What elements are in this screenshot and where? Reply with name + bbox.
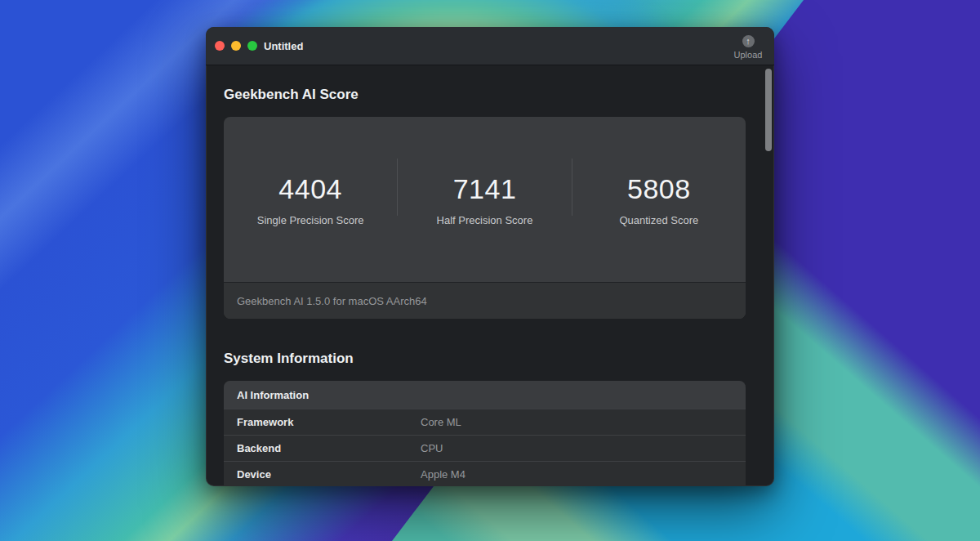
desktop: Untitled ↑ Upload Geekbench AI Score 440…	[0, 0, 980, 541]
minimize-button[interactable]	[231, 41, 241, 51]
score-section-heading: Geekbench AI Score	[224, 87, 746, 103]
quantized-score: 5808 Quantized Score	[572, 173, 746, 226]
scrollbar-thumb[interactable]	[765, 69, 772, 151]
score-row: 4404 Single Precision Score 7141 Half Pr…	[224, 117, 746, 282]
close-button[interactable]	[215, 41, 225, 51]
table-row: Framework Core ML	[224, 409, 746, 435]
row-label: Backend	[224, 442, 421, 454]
ai-information-table: AI Information Framework Core ML Backend…	[224, 381, 746, 486]
traffic-lights	[206, 41, 257, 51]
score-label: Single Precision Score	[257, 214, 364, 226]
half-precision-score: 7141 Half Precision Score	[398, 173, 571, 226]
score-label: Half Precision Score	[437, 214, 533, 226]
zoom-button[interactable]	[247, 41, 257, 51]
upload-button[interactable]: ↑ Upload	[730, 35, 766, 60]
titlebar: Untitled ↑ Upload	[206, 27, 774, 65]
system-section-heading: System Information	[224, 351, 746, 367]
upload-label: Upload	[734, 50, 763, 60]
table-row: Device Apple M4	[224, 461, 746, 486]
score-value: 5808	[627, 173, 691, 205]
row-value: CPU	[421, 442, 443, 454]
row-label: Framework	[224, 416, 421, 428]
table-group-header: AI Information	[224, 381, 746, 409]
score-card: 4404 Single Precision Score 7141 Half Pr…	[224, 117, 746, 319]
row-label: Device	[224, 468, 421, 481]
window-content: Geekbench AI Score 4404 Single Precision…	[206, 87, 774, 486]
score-label: Quantized Score	[619, 214, 698, 226]
window-title: Untitled	[264, 40, 303, 52]
score-value: 4404	[278, 173, 342, 205]
single-precision-score: 4404 Single Precision Score	[224, 173, 397, 226]
benchmark-version-footer: Geekbench AI 1.5.0 for macOS AArch64	[224, 282, 746, 319]
upload-arrow-icon: ↑	[742, 35, 755, 47]
score-value: 7141	[453, 173, 517, 205]
row-value: Core ML	[421, 416, 461, 428]
table-row: Backend CPU	[224, 435, 746, 461]
geekbench-window: Untitled ↑ Upload Geekbench AI Score 440…	[206, 27, 774, 486]
row-value: Apple M4	[421, 468, 466, 481]
